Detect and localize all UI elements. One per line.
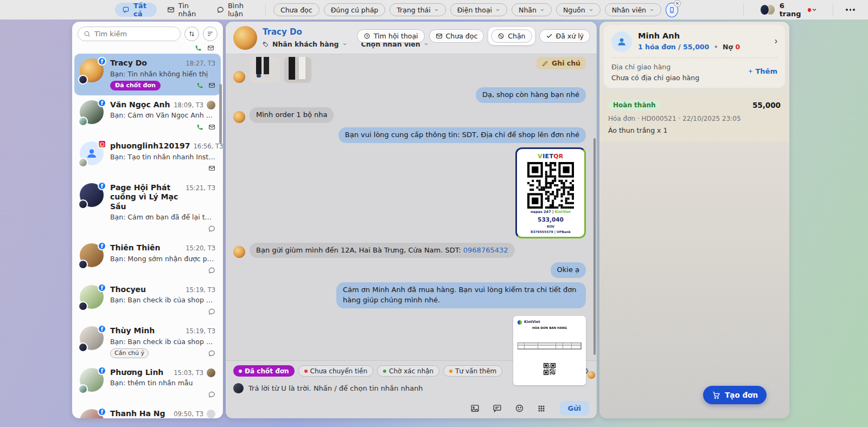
find-conversation-button[interactable]: Tìm hội thoại (357, 29, 425, 43)
filter-status[interactable]: Trạng thái (390, 3, 445, 16)
comment-icon[interactable] (208, 391, 215, 398)
send-button[interactable]: Gửi (560, 401, 589, 416)
filter-source[interactable]: Nguồn (556, 3, 601, 16)
note-button[interactable]: Ghi chú (537, 57, 586, 69)
conversation-item-page-hoi-phat[interactable]: Page Hội Phát cuồng vì Lý Mạc Sầu15:21, … (74, 178, 221, 239)
attention-tag: Cần chú ý (110, 348, 149, 358)
envelope-icon[interactable] (208, 165, 215, 172)
outgoing-message: Cảm ơn Minh Anh đã mua hàng. Bạn vui lòn… (336, 282, 586, 308)
comment-icon[interactable] (208, 308, 215, 315)
quick-reply-icon[interactable] (493, 404, 502, 413)
vietqr-logo: VIETQR (520, 153, 581, 160)
invoice-attachment[interactable]: KiotViet HÓA ĐƠN BÁN HÀNG (513, 316, 586, 385)
conversation-preview: Bạn: thêm tin nhắn mẫu (110, 379, 215, 387)
more-menu-icon[interactable] (846, 9, 855, 11)
create-order-button[interactable]: Tạo đơn (703, 386, 767, 404)
envelope-icon (167, 6, 175, 14)
envelope-icon[interactable] (208, 82, 215, 89)
sort-button[interactable] (184, 27, 199, 41)
conversation-item-thanh-ha[interactable]: Thanh Ha Ng Le09:50, T3 Bạn: [Ảnh] Cần c… (74, 404, 221, 418)
phone-icon[interactable] (196, 82, 203, 89)
conversation-name: Thiên Thiên (110, 243, 182, 253)
conversation-item-thien-thien[interactable]: Thiên Thiên15:20, T3 Bạn: Mong sớm nhận … (74, 238, 221, 280)
filter-staff[interactable]: Nhân viên (605, 3, 661, 16)
clear-filters-button[interactable]: × (666, 3, 678, 17)
chat-header: Tracy Do Nhãn khách hàng Chọn nhân viên … (226, 22, 597, 54)
image-icon[interactable] (470, 404, 480, 413)
filter-bar: Chưa đọc Đúng cú pháp Trạng thái Điện th… (273, 3, 661, 16)
page-avatar (78, 117, 88, 126)
page-avatar (760, 4, 769, 15)
customer-name[interactable]: Minh Anh (638, 31, 740, 40)
comment-icon[interactable] (208, 225, 215, 232)
chevron-down-icon[interactable] (811, 7, 818, 13)
conversation-sidebar: Tracy Do18:27, T3 Bạn: Tin nhắn không hi… (72, 22, 223, 418)
conversation-item-thocyeu[interactable]: Thocyeu15:19, T3 Bạn: Bạn check ib của s… (74, 280, 221, 322)
comment-icon[interactable] (208, 350, 215, 357)
photo-attachment[interactable] (284, 57, 311, 83)
order-item: Áo thun trắng x 1 (608, 126, 781, 134)
qr-amount: 533,040 (520, 216, 581, 223)
facebook-badge-icon (98, 325, 106, 333)
customer-label-dropdown[interactable]: Nhãn khách hàng (263, 40, 347, 48)
sender-avatar (233, 246, 245, 258)
filter-phone[interactable]: Điện thoại (450, 3, 507, 16)
search-input[interactable] (94, 30, 175, 38)
comment-icon[interactable] (208, 267, 215, 274)
contact-avatar (233, 26, 257, 50)
chat-scrollbar[interactable] (593, 138, 596, 355)
block-button[interactable]: Chặn (491, 29, 532, 43)
conversation-item-phuong-linh[interactable]: Phương Linh15:03, T3 Bạn: thêm tin nhắn … (74, 363, 221, 405)
apps-grid-icon[interactable] (537, 404, 546, 413)
conversation-name: Văn Ngọc Anh (110, 100, 170, 110)
history-icon (363, 33, 371, 40)
conversation-item-van-ngoc-anh[interactable]: Văn Ngọc Anh18:09, T3 Bạn: Cảm ơn Văn Ng… (74, 95, 221, 137)
filter-syntax[interactable]: Đúng cú pháp (324, 3, 386, 16)
assignee-avatar (207, 101, 215, 109)
check-icon (546, 33, 553, 40)
phone-number-link[interactable]: 0968765432 (463, 246, 508, 254)
chevron-right-icon[interactable] (773, 38, 780, 45)
pages-selector[interactable]: 6 trang (760, 2, 825, 18)
tab-all-label: Tất cả (133, 2, 150, 18)
order-card[interactable]: Hoàn thành 55,000 Hóa đơn · HD000521 · 2… (599, 93, 789, 141)
block-button-highlight: Chặn (488, 27, 534, 45)
conversation-time: 09:50, T3 (174, 409, 203, 418)
tab-all[interactable]: Tất cả (115, 3, 157, 17)
composer-toolbar: Gửi (233, 401, 589, 416)
qr-account-name: KOV (520, 224, 581, 228)
debt-value: 0 (735, 43, 740, 51)
vietqr-payment-card[interactable]: VIETQR napas 247 | KiotViet 533,040 KOV … (515, 147, 586, 238)
close-icon[interactable]: × (674, 0, 681, 7)
closed-deal-badge: Đã chốt đơn (110, 81, 161, 90)
conversation-item-thuy-minh[interactable]: Thùy Minh15:19, T3 Bạn: Bạn check ib của… (74, 321, 221, 363)
conversation-item-phuonglinh[interactable]: phuonglinh12019716:56, T3 Bạn: Tạo tin n… (74, 137, 221, 178)
tab-comments[interactable]: Bình luận (209, 3, 258, 17)
pencil-icon (542, 60, 548, 67)
conversation-item-tracy[interactable]: Tracy Do18:27, T3 Bạn: Tin nhắn không hi… (74, 54, 221, 95)
filter-unread[interactable]: Chưa đọc (273, 3, 320, 16)
photo-attachment[interactable] (250, 57, 280, 83)
chevron-down-icon (342, 42, 347, 47)
sidebar-scrollbar[interactable] (219, 84, 222, 144)
top-bar: Tất cả Tin nhắn Bình luận Chưa đọc Đúng … (0, 0, 868, 20)
resolved-button[interactable]: Đã xử lý (539, 29, 590, 43)
mark-unread-button[interactable]: Chưa đọc (429, 29, 484, 43)
conversation-name: Page Hội Phát cuồng vì Lý Mạc Sầu (110, 183, 182, 212)
filter-list-button[interactable] (203, 27, 218, 41)
invoice-stats-link[interactable]: 1 hóa đơn / 55,000 (638, 43, 709, 51)
conversation-preview: Bạn: Cảm ơn Văn Ngọc Anh đã mua... (110, 111, 215, 119)
add-address-button[interactable]: Thêm (748, 67, 778, 75)
phone-icon[interactable] (196, 124, 203, 131)
filter-label[interactable]: Nhãn (512, 3, 552, 16)
emoji-icon[interactable] (515, 404, 524, 413)
tab-messages[interactable]: Tin nhắn (160, 3, 206, 17)
envelope-icon[interactable] (208, 124, 215, 131)
conversation-name: phuonglinh120197 (110, 141, 190, 151)
plus-icon (748, 68, 754, 74)
shipping-address-label: Địa chỉ giao hàng (611, 63, 699, 71)
envelope-icon (207, 44, 214, 51)
facebook-badge-icon (98, 182, 106, 190)
tab-messages-label: Tin nhắn (178, 2, 199, 18)
sender-avatar (233, 71, 245, 83)
